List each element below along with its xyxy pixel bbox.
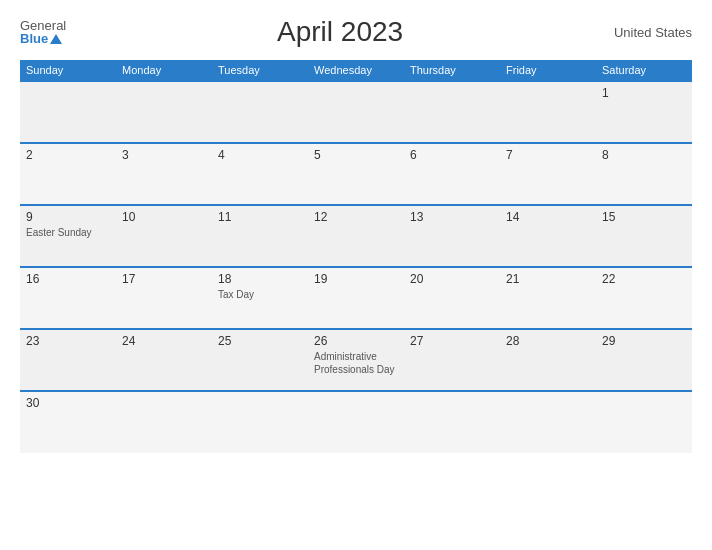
table-row: 11 bbox=[212, 205, 308, 267]
day-number: 9 bbox=[26, 210, 110, 224]
calendar-header: Sunday Monday Tuesday Wednesday Thursday… bbox=[20, 60, 692, 81]
table-row: 25 bbox=[212, 329, 308, 391]
table-row: 17 bbox=[116, 267, 212, 329]
col-thursday: Thursday bbox=[404, 60, 500, 81]
day-number: 17 bbox=[122, 272, 206, 286]
table-row: 26Administrative Professionals Day bbox=[308, 329, 404, 391]
calendar-body: 123456789Easter Sunday101112131415161718… bbox=[20, 81, 692, 453]
day-number: 15 bbox=[602, 210, 686, 224]
table-row bbox=[308, 391, 404, 453]
table-row: 8 bbox=[596, 143, 692, 205]
day-number: 6 bbox=[410, 148, 494, 162]
table-row: 13 bbox=[404, 205, 500, 267]
day-number: 19 bbox=[314, 272, 398, 286]
table-row: 29 bbox=[596, 329, 692, 391]
weekday-row: Sunday Monday Tuesday Wednesday Thursday… bbox=[20, 60, 692, 81]
table-row bbox=[212, 391, 308, 453]
col-wednesday: Wednesday bbox=[308, 60, 404, 81]
col-sunday: Sunday bbox=[20, 60, 116, 81]
day-number: 20 bbox=[410, 272, 494, 286]
table-row bbox=[596, 391, 692, 453]
table-row: 27 bbox=[404, 329, 500, 391]
table-row bbox=[212, 81, 308, 143]
table-row: 19 bbox=[308, 267, 404, 329]
table-row: 1 bbox=[596, 81, 692, 143]
table-row bbox=[500, 81, 596, 143]
day-number: 27 bbox=[410, 334, 494, 348]
day-number: 10 bbox=[122, 210, 206, 224]
table-row: 6 bbox=[404, 143, 500, 205]
day-number: 11 bbox=[218, 210, 302, 224]
day-number: 5 bbox=[314, 148, 398, 162]
table-row bbox=[20, 81, 116, 143]
day-number: 12 bbox=[314, 210, 398, 224]
table-row bbox=[308, 81, 404, 143]
day-number: 29 bbox=[602, 334, 686, 348]
table-row: 16 bbox=[20, 267, 116, 329]
day-number: 25 bbox=[218, 334, 302, 348]
calendar-week-row: 1 bbox=[20, 81, 692, 143]
day-number: 28 bbox=[506, 334, 590, 348]
table-row: 5 bbox=[308, 143, 404, 205]
day-number: 26 bbox=[314, 334, 398, 348]
header: General Blue April 2023 United States bbox=[20, 16, 692, 48]
table-row: 4 bbox=[212, 143, 308, 205]
col-monday: Monday bbox=[116, 60, 212, 81]
table-row: 22 bbox=[596, 267, 692, 329]
logo: General Blue bbox=[20, 19, 66, 45]
table-row: 12 bbox=[308, 205, 404, 267]
table-row bbox=[404, 81, 500, 143]
table-row: 14 bbox=[500, 205, 596, 267]
calendar-week-row: 161718Tax Day19202122 bbox=[20, 267, 692, 329]
table-row bbox=[116, 391, 212, 453]
day-number: 8 bbox=[602, 148, 686, 162]
table-row: 21 bbox=[500, 267, 596, 329]
table-row bbox=[500, 391, 596, 453]
calendar-week-row: 2345678 bbox=[20, 143, 692, 205]
logo-blue-text: Blue bbox=[20, 32, 48, 45]
day-number: 2 bbox=[26, 148, 110, 162]
calendar-week-row: 9Easter Sunday101112131415 bbox=[20, 205, 692, 267]
table-row bbox=[404, 391, 500, 453]
calendar-table: Sunday Monday Tuesday Wednesday Thursday… bbox=[20, 60, 692, 453]
day-number: 1 bbox=[602, 86, 686, 100]
calendar-week-row: 30 bbox=[20, 391, 692, 453]
day-event: Tax Day bbox=[218, 289, 254, 300]
table-row: 15 bbox=[596, 205, 692, 267]
day-number: 7 bbox=[506, 148, 590, 162]
calendar-page: General Blue April 2023 United States Su… bbox=[0, 0, 712, 550]
day-number: 18 bbox=[218, 272, 302, 286]
col-saturday: Saturday bbox=[596, 60, 692, 81]
day-number: 23 bbox=[26, 334, 110, 348]
table-row: 20 bbox=[404, 267, 500, 329]
table-row: 7 bbox=[500, 143, 596, 205]
day-event: Administrative Professionals Day bbox=[314, 351, 395, 375]
day-number: 21 bbox=[506, 272, 590, 286]
table-row: 28 bbox=[500, 329, 596, 391]
day-event: Easter Sunday bbox=[26, 227, 92, 238]
table-row: 30 bbox=[20, 391, 116, 453]
logo-triangle-icon bbox=[50, 34, 62, 44]
calendar-week-row: 23242526Administrative Professionals Day… bbox=[20, 329, 692, 391]
day-number: 22 bbox=[602, 272, 686, 286]
table-row: 3 bbox=[116, 143, 212, 205]
day-number: 3 bbox=[122, 148, 206, 162]
table-row bbox=[116, 81, 212, 143]
day-number: 4 bbox=[218, 148, 302, 162]
col-tuesday: Tuesday bbox=[212, 60, 308, 81]
table-row: 23 bbox=[20, 329, 116, 391]
month-title: April 2023 bbox=[277, 16, 403, 48]
day-number: 16 bbox=[26, 272, 110, 286]
table-row: 10 bbox=[116, 205, 212, 267]
table-row: 18Tax Day bbox=[212, 267, 308, 329]
col-friday: Friday bbox=[500, 60, 596, 81]
table-row: 9Easter Sunday bbox=[20, 205, 116, 267]
table-row: 2 bbox=[20, 143, 116, 205]
day-number: 24 bbox=[122, 334, 206, 348]
table-row: 24 bbox=[116, 329, 212, 391]
day-number: 13 bbox=[410, 210, 494, 224]
day-number: 14 bbox=[506, 210, 590, 224]
country-label: United States bbox=[614, 25, 692, 40]
day-number: 30 bbox=[26, 396, 110, 410]
